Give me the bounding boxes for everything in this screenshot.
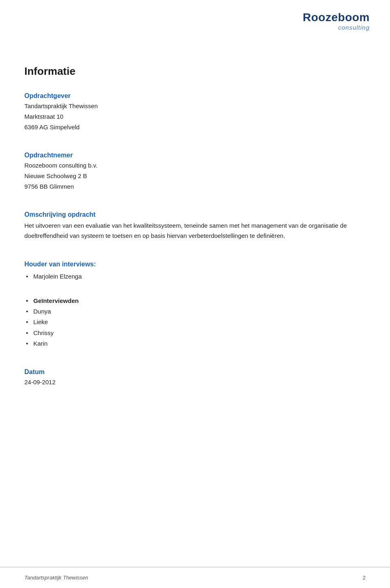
datum-section: Datum 24-09-2012 [24, 368, 366, 387]
page-footer: Tandartspraktijk Thewissen 2 [0, 567, 390, 588]
logo-container: Roozeboom consulting [303, 11, 370, 31]
logo-roozeboom: Roozeboom [303, 11, 370, 24]
omschrijving-text: Het uitvoeren van een evaluatie van het … [24, 221, 366, 241]
opdrachtnemer-line-2: Nieuwe Schoolweg 2 B [24, 171, 366, 181]
opdrachtgever-line-1: Tandartspraktijk Thewissen [24, 101, 366, 111]
main-content: Informatie Opdrachtgever Tandartspraktij… [0, 0, 390, 431]
opdrachtgever-section: Opdrachtgever Tandartspraktijk Thewissen… [24, 92, 366, 132]
houder-item-1: Marjolein Elzenga [24, 271, 366, 282]
geinterviewden-section: Geïnterviewden Dunya Lieke Chrissy Karin [24, 296, 366, 349]
geinterviewden-item-4: Karin [24, 338, 366, 349]
page: Roozeboom consulting Informatie Opdracht… [0, 0, 390, 588]
logo-consulting: consulting [303, 24, 370, 31]
geinterviewden-item-2: Lieke [24, 317, 366, 327]
omschrijving-section: Omschrijving opdracht Het uitvoeren van … [24, 211, 366, 241]
geinterviewden-item-3: Chrissy [24, 328, 366, 338]
page-title: Informatie [24, 65, 366, 78]
houder-section: Houder van interviews: Marjolein Elzenga [24, 261, 366, 282]
footer-left-text: Tandartspraktijk Thewissen [24, 575, 88, 581]
opdrachtnemer-section: Opdrachtnemer Roozeboom consulting b.v. … [24, 152, 366, 192]
geinterviewden-item-1: Dunya [24, 306, 366, 317]
omschrijving-label: Omschrijving opdracht [24, 211, 366, 218]
opdrachtgever-line-3: 6369 AG Simpelveld [24, 122, 366, 132]
footer-page-number: 2 [363, 575, 366, 581]
opdrachtgever-label: Opdrachtgever [24, 92, 366, 100]
opdrachtgever-line-2: Marktstraat 10 [24, 112, 366, 122]
houder-list: Marjolein Elzenga [24, 271, 366, 282]
datum-label: Datum [24, 368, 366, 376]
opdrachtnemer-label: Opdrachtnemer [24, 152, 366, 159]
opdrachtnemer-line-3: 9756 BB Glimmen [24, 182, 366, 192]
datum-value: 24-09-2012 [24, 377, 366, 387]
geinterviewden-label: Geïnterviewden [24, 296, 366, 306]
houder-label: Houder van interviews: [24, 261, 366, 268]
opdrachtnemer-line-1: Roozeboom consulting b.v. [24, 161, 366, 170]
geinterviewden-list: Geïnterviewden Dunya Lieke Chrissy Karin [24, 296, 366, 349]
